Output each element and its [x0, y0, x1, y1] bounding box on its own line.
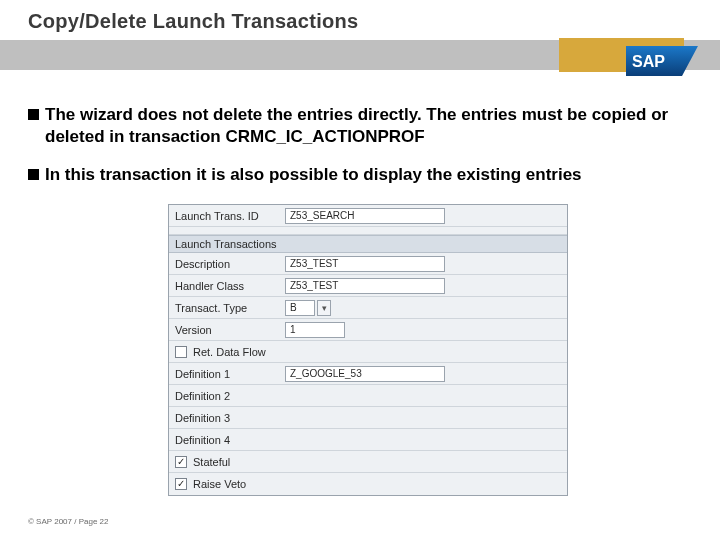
transact-type-row: Transact. Type B ▾ — [169, 297, 567, 319]
raise-veto-checkbox[interactable] — [175, 478, 187, 490]
definition3-row: Definition 3 — [169, 407, 567, 429]
raise-veto-label: Raise Veto — [193, 478, 246, 490]
stateful-row: Stateful — [169, 451, 567, 473]
handler-class-row: Handler Class Z53_TEST — [169, 275, 567, 297]
definition4-label: Definition 4 — [175, 434, 285, 446]
panel-gap — [169, 227, 567, 235]
sap-gui-panel: Launch Trans. ID Z53_SEARCH Launch Trans… — [168, 204, 568, 496]
footer-copyright: © SAP 2007 / Page 22 — [28, 517, 108, 526]
ret-dataflow-row: Ret. Data Flow — [169, 341, 567, 363]
definition1-label: Definition 1 — [175, 368, 285, 380]
description-label: Description — [175, 258, 285, 270]
title-bar: Copy/Delete Launch Transactions SAP — [0, 0, 720, 74]
launch-trans-id-label: Launch Trans. ID — [175, 210, 285, 222]
bullet-marker-icon — [28, 109, 39, 120]
ret-dataflow-checkbox[interactable] — [175, 346, 187, 358]
launch-trans-id-row: Launch Trans. ID Z53_SEARCH — [169, 205, 567, 227]
raise-veto-row: Raise Veto — [169, 473, 567, 495]
sap-logo: SAP — [626, 46, 698, 76]
sap-logo-text: SAP — [632, 53, 665, 70]
transact-type-input[interactable]: B — [285, 300, 315, 316]
bullet-1-text: The wizard does not delete the entries d… — [45, 104, 692, 148]
stateful-checkbox[interactable] — [175, 456, 187, 468]
definition1-row: Definition 1 Z_GOOGLE_53 — [169, 363, 567, 385]
definition4-row: Definition 4 — [169, 429, 567, 451]
transact-type-label: Transact. Type — [175, 302, 285, 314]
bullet-2: In this transaction it is also possible … — [28, 164, 692, 186]
value-help-icon[interactable]: ▾ — [317, 300, 331, 316]
definition1-input[interactable]: Z_GOOGLE_53 — [285, 366, 445, 382]
bullet-1: The wizard does not delete the entries d… — [28, 104, 692, 148]
definition2-label: Definition 2 — [175, 390, 285, 402]
version-input[interactable]: 1 — [285, 322, 345, 338]
definition3-label: Definition 3 — [175, 412, 285, 424]
version-label: Version — [175, 324, 285, 336]
stateful-label: Stateful — [193, 456, 230, 468]
bullet-2-text: In this transaction it is also possible … — [45, 164, 582, 186]
content-area: The wizard does not delete the entries d… — [0, 74, 720, 496]
handler-class-input[interactable]: Z53_TEST — [285, 278, 445, 294]
ret-dataflow-label: Ret. Data Flow — [193, 346, 266, 358]
description-input[interactable]: Z53_TEST — [285, 256, 445, 272]
section-header-launch-transactions: Launch Transactions — [169, 235, 567, 253]
description-row: Description Z53_TEST — [169, 253, 567, 275]
launch-trans-id-input[interactable]: Z53_SEARCH — [285, 208, 445, 224]
handler-class-label: Handler Class — [175, 280, 285, 292]
version-row: Version 1 — [169, 319, 567, 341]
bullet-marker-icon — [28, 169, 39, 180]
slide-title: Copy/Delete Launch Transactions — [28, 10, 359, 33]
definition2-row: Definition 2 — [169, 385, 567, 407]
